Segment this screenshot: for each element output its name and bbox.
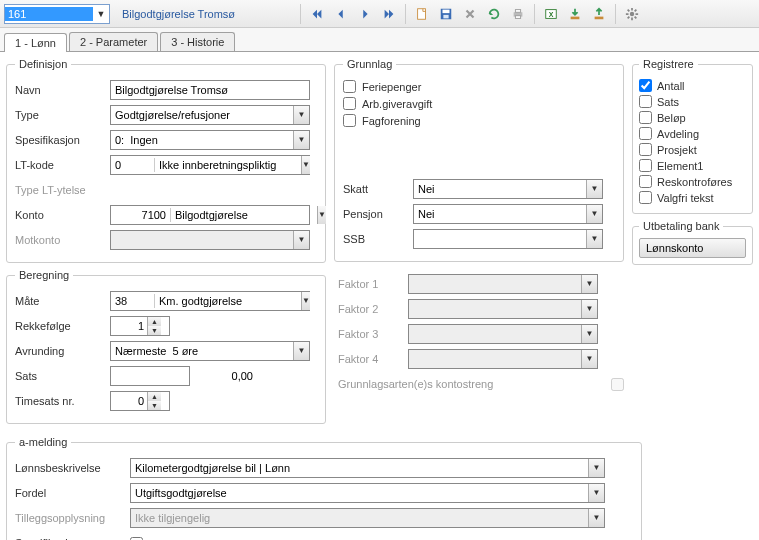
valgfri-label: Valgfri tekst: [657, 192, 714, 204]
record-title: Bilgodtgjørelse Tromsø: [114, 8, 294, 20]
spin-down-icon[interactable]: ▼: [148, 326, 161, 335]
feriepenger-label: Feriepenger: [362, 81, 421, 93]
sats-label: Sats: [15, 370, 110, 382]
settings-icon[interactable]: [622, 4, 642, 24]
timesats-spinner[interactable]: ▲▼: [110, 391, 170, 411]
element1-label: Element1: [657, 160, 703, 172]
chevron-down-icon[interactable]: ▼: [293, 342, 309, 360]
timesats-label: Timesats nr.: [15, 395, 110, 407]
next-record-icon[interactable]: [355, 4, 375, 24]
pensjon-combo[interactable]: ▼: [413, 204, 603, 224]
svg-rect-10: [595, 16, 604, 19]
chevron-down-icon[interactable]: ▼: [301, 292, 310, 310]
type-label: Type: [15, 109, 110, 121]
lonnsbeskrivelse-combo[interactable]: ▼: [130, 458, 605, 478]
faktor2-combo: ▼: [408, 299, 598, 319]
spesifikasjon-combo[interactable]: ▼: [110, 130, 310, 150]
konto-label: Konto: [15, 209, 110, 221]
chevron-down-icon[interactable]: ▼: [301, 156, 310, 174]
avrunding-combo[interactable]: ▼: [110, 341, 310, 361]
mate-combo[interactable]: ▼: [110, 291, 310, 311]
avrunding-label: Avrunding: [15, 345, 110, 357]
amelding-legend: a-melding: [15, 436, 71, 448]
ltytelse-label: Type LT-ytelse: [15, 184, 110, 196]
svg-rect-9: [571, 16, 580, 19]
fagforening-label: Fagforening: [362, 115, 421, 127]
spin-down-icon[interactable]: ▼: [148, 401, 161, 410]
ssb-label: SSB: [343, 233, 413, 245]
faktor3-label: Faktor 3: [338, 328, 408, 340]
delete-icon[interactable]: [460, 4, 480, 24]
navn-label: Navn: [15, 84, 110, 96]
navn-input[interactable]: [110, 80, 310, 100]
export-icon[interactable]: [589, 4, 609, 24]
valgfri-checkbox[interactable]: [639, 191, 652, 204]
faktor3-combo: ▼: [408, 324, 598, 344]
chevron-down-icon[interactable]: ▼: [588, 459, 604, 477]
skatt-combo[interactable]: ▼: [413, 179, 603, 199]
spin-up-icon[interactable]: ▲: [148, 317, 161, 326]
fordel-combo[interactable]: ▼: [130, 483, 605, 503]
prosjekt-checkbox[interactable]: [639, 143, 652, 156]
import-icon[interactable]: [565, 4, 585, 24]
new-record-icon[interactable]: [412, 4, 432, 24]
chevron-down-icon: ▼: [588, 509, 604, 527]
chevron-down-icon[interactable]: ▼: [586, 230, 602, 248]
chevron-down-icon[interactable]: ▼: [293, 131, 309, 149]
tab-bar: 1 - Lønn 2 - Parameter 3 - Historie: [0, 28, 759, 52]
svg-rect-3: [443, 14, 448, 18]
arbgiveravgift-checkbox[interactable]: [343, 97, 356, 110]
grunnlagsart-label: Grunnlagsarten(e)s kontostreng: [338, 378, 611, 390]
grunnlag-legend: Grunnlag: [343, 58, 396, 70]
svg-rect-0: [418, 8, 426, 19]
chevron-down-icon[interactable]: ▼: [586, 180, 602, 198]
first-record-icon[interactable]: [307, 4, 327, 24]
chevron-down-icon: ▼: [581, 300, 597, 318]
rekkefolge-spinner[interactable]: ▲▼: [110, 316, 170, 336]
sats-input[interactable]: [110, 366, 190, 386]
motkonto-label: Motkonto: [15, 234, 110, 246]
excel-export-icon[interactable]: X: [541, 4, 561, 24]
belop-checkbox[interactable]: [639, 111, 652, 124]
konto-combo[interactable]: ▼: [110, 205, 310, 225]
prev-record-icon[interactable]: [331, 4, 351, 24]
chevron-down-icon[interactable]: ▼: [93, 9, 109, 19]
print-icon[interactable]: [508, 4, 528, 24]
tab-lonn[interactable]: 1 - Lønn: [4, 33, 67, 52]
chevron-down-icon[interactable]: ▼: [317, 206, 326, 224]
sats-reg-label: Sats: [657, 96, 679, 108]
ltkode-combo[interactable]: ▼: [110, 155, 310, 175]
rekkefolge-label: Rekkefølge: [15, 320, 110, 332]
last-record-icon[interactable]: [379, 4, 399, 24]
pensjon-label: Pensjon: [343, 208, 413, 220]
motkonto-combo: ▼: [110, 230, 310, 250]
tab-historie[interactable]: 3 - Historie: [160, 32, 235, 51]
record-id-combo[interactable]: ▼: [4, 4, 110, 24]
tilleggsopplysning-combo: ▼: [130, 508, 605, 528]
reskontro-checkbox[interactable]: [639, 175, 652, 188]
lonnskonto-button[interactable]: Lønnskonto: [639, 238, 746, 258]
chevron-down-icon: ▼: [581, 275, 597, 293]
fagforening-checkbox[interactable]: [343, 114, 356, 127]
feriepenger-checkbox[interactable]: [343, 80, 356, 93]
record-id-input[interactable]: [5, 7, 93, 21]
ssb-combo[interactable]: ▼: [413, 229, 603, 249]
tab-parameter[interactable]: 2 - Parameter: [69, 32, 158, 51]
svg-point-11: [630, 11, 634, 15]
svg-rect-5: [515, 9, 520, 12]
refresh-icon[interactable]: [484, 4, 504, 24]
avdeling-checkbox[interactable]: [639, 127, 652, 140]
chevron-down-icon[interactable]: ▼: [588, 484, 604, 502]
antall-checkbox[interactable]: [639, 79, 652, 92]
mate-label: Måte: [15, 295, 110, 307]
type-combo[interactable]: ▼: [110, 105, 310, 125]
faktor1-combo: ▼: [408, 274, 598, 294]
spin-up-icon[interactable]: ▲: [148, 392, 161, 401]
chevron-down-icon[interactable]: ▼: [293, 106, 309, 124]
chevron-down-icon[interactable]: ▼: [586, 205, 602, 223]
amelding-spesifikasjon-checkbox[interactable]: [130, 537, 143, 541]
svg-rect-6: [515, 15, 520, 18]
save-icon[interactable]: [436, 4, 456, 24]
element1-checkbox[interactable]: [639, 159, 652, 172]
sats-checkbox[interactable]: [639, 95, 652, 108]
